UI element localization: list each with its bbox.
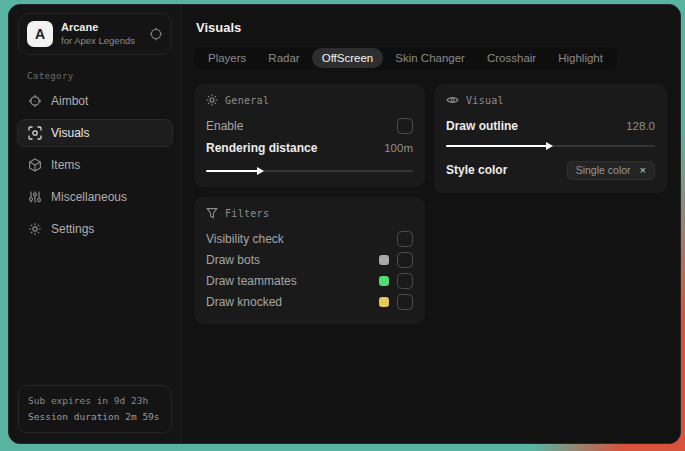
- general-panel: General Enable Rendering distance 100m: [194, 84, 425, 187]
- session-duration-text: Session duration 2m 59s: [28, 409, 162, 425]
- subscription-info: Sub expires in 9d 23h Session duration 2…: [18, 385, 172, 433]
- esp-eye-icon: [28, 126, 42, 140]
- sun-icon: [206, 94, 218, 106]
- rendering-distance-row: Rendering distance 100m: [206, 137, 413, 159]
- page-title: Visuals: [196, 20, 667, 35]
- sidebar-item-label: Settings: [51, 222, 94, 236]
- funnel-icon: [206, 207, 218, 219]
- tab-crosshair[interactable]: Crosshair: [477, 48, 546, 68]
- panel-title: Visual: [466, 95, 504, 106]
- gear-icon: [28, 222, 42, 236]
- draw-knocked-color-swatch[interactable]: [379, 297, 389, 307]
- style-color-select[interactable]: Single color ×: [567, 161, 655, 180]
- app-logo: A: [27, 21, 53, 47]
- slider-handle[interactable]: [446, 145, 551, 147]
- filters-panel: Filters Visibility check Draw bots: [194, 197, 425, 324]
- sidebar-item-label: Items: [51, 158, 80, 172]
- rendering-distance-slider[interactable]: [206, 166, 413, 175]
- enable-checkbox[interactable]: [397, 118, 413, 134]
- sidebar-nav: Aimbot Visuals Items: [9, 87, 181, 243]
- draw-teammates-checkbox[interactable]: [397, 273, 413, 289]
- style-color-value: Single color: [576, 164, 631, 176]
- eye-icon: [446, 94, 459, 106]
- tab-radar[interactable]: Radar: [258, 48, 309, 68]
- draw-outline-row: Draw outline 128.0: [446, 115, 655, 137]
- sidebar-item-label: Visuals: [51, 126, 89, 140]
- panel-title: General: [225, 95, 269, 106]
- tab-offscreen[interactable]: OffScreen: [312, 48, 384, 68]
- enable-label: Enable: [206, 119, 243, 133]
- sidebar-item-label: Miscellaneous: [51, 190, 127, 204]
- style-color-row: Style color Single color ×: [446, 159, 655, 181]
- crosshair-icon: [28, 94, 42, 108]
- draw-teammates-row: Draw teammates: [206, 270, 413, 291]
- tab-players[interactable]: Players: [198, 48, 256, 68]
- sidebar-item-miscellaneous[interactable]: Miscellaneous: [17, 183, 173, 211]
- visuals-tab-bar: Players Radar OffScreen Skin Changer Cro…: [194, 47, 617, 69]
- draw-bots-checkbox[interactable]: [397, 252, 413, 268]
- draw-teammates-label: Draw teammates: [206, 274, 297, 288]
- draw-knocked-checkbox[interactable]: [397, 294, 413, 310]
- app-name: Arcane: [61, 21, 141, 35]
- draw-teammates-color-swatch[interactable]: [379, 276, 389, 286]
- draw-knocked-label: Draw knocked: [206, 295, 282, 309]
- sidebar: A Arcane for Apex Legends Category: [9, 5, 182, 443]
- category-label: Category: [27, 71, 181, 81]
- visibility-check-checkbox[interactable]: [397, 231, 413, 247]
- sidebar-item-aimbot[interactable]: Aimbot: [17, 87, 173, 115]
- visual-panel: Visual Draw outline 128.0 Style color Si…: [434, 84, 667, 193]
- app-subtitle: for Apex Legends: [61, 35, 141, 47]
- target-icon[interactable]: [149, 27, 163, 41]
- draw-outline-value: 128.0: [626, 120, 655, 132]
- panel-title: Filters: [225, 208, 269, 219]
- slider-handle[interactable]: [206, 170, 262, 172]
- sidebar-item-settings[interactable]: Settings: [17, 215, 173, 243]
- draw-bots-label: Draw bots: [206, 253, 260, 267]
- sidebar-item-visuals[interactable]: Visuals: [17, 119, 173, 147]
- sub-expires-text: Sub expires in 9d 23h: [28, 393, 162, 409]
- style-color-label: Style color: [446, 163, 507, 177]
- cube-icon: [28, 158, 42, 172]
- sidebar-item-items[interactable]: Items: [17, 151, 173, 179]
- draw-bots-row: Draw bots: [206, 249, 413, 270]
- main-area: Visuals Players Radar OffScreen Skin Cha…: [182, 5, 680, 443]
- draw-outline-label: Draw outline: [446, 119, 518, 133]
- draw-bots-color-swatch[interactable]: [379, 255, 389, 265]
- enable-row: Enable: [206, 115, 413, 137]
- app-window: A Arcane for Apex Legends Category: [8, 4, 681, 444]
- tab-highlight[interactable]: Highlight: [548, 48, 613, 68]
- tab-skin-changer[interactable]: Skin Changer: [385, 48, 475, 68]
- brand-card: A Arcane for Apex Legends: [18, 13, 172, 55]
- sliders-icon: [28, 190, 42, 204]
- clear-icon[interactable]: ×: [640, 165, 646, 176]
- draw-knocked-row: Draw knocked: [206, 291, 413, 312]
- visibility-check-label: Visibility check: [206, 232, 284, 246]
- draw-outline-slider[interactable]: [446, 141, 655, 150]
- tab-content: General Enable Rendering distance 100m: [194, 84, 667, 324]
- rendering-distance-label: Rendering distance: [206, 141, 317, 155]
- sidebar-item-label: Aimbot: [51, 94, 88, 108]
- visibility-check-row: Visibility check: [206, 228, 413, 249]
- rendering-distance-value: 100m: [384, 142, 413, 154]
